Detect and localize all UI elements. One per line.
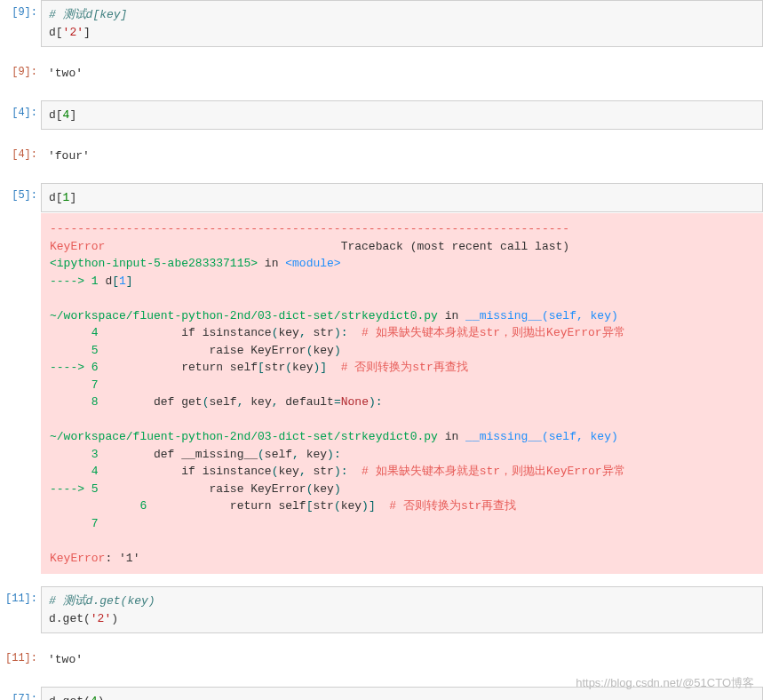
code-text: ] bbox=[83, 26, 91, 39]
code-comment: # 测试d.get(key) bbox=[49, 594, 155, 608]
traceback-comment: # 否则转换为str再查找 bbox=[376, 499, 517, 513]
code-number: 4 bbox=[91, 695, 98, 701]
code-text: d[ bbox=[49, 108, 63, 122]
traceback-text: , bbox=[299, 465, 306, 478]
traceback-lineno: 4 bbox=[50, 465, 99, 478]
traceback-arrow: ----> 1 bbox=[50, 274, 99, 288]
code-input[interactable]: d[1] bbox=[41, 183, 763, 213]
traceback-text: if isinstance bbox=[99, 326, 272, 339]
output-cell: [4]: 'four' bbox=[0, 142, 763, 171]
traceback-text: ( bbox=[258, 448, 265, 461]
code-output: 'two' bbox=[41, 646, 763, 674]
error-traceback: ----------------------------------------… bbox=[41, 213, 763, 574]
code-comment: # 测试d[key] bbox=[49, 8, 127, 21]
traceback-text: )] bbox=[313, 361, 327, 374]
traceback-text: key bbox=[243, 395, 271, 409]
traceback-text: self bbox=[265, 448, 292, 461]
traceback-text: str bbox=[313, 499, 333, 513]
traceback-text: ] bbox=[126, 274, 133, 288]
traceback-text: return self bbox=[147, 499, 306, 513]
code-string: '2' bbox=[91, 612, 111, 625]
traceback-text: ) bbox=[334, 482, 341, 496]
error-value: : '1' bbox=[105, 552, 139, 565]
code-cell: [7]: d.get(4) bbox=[0, 687, 763, 701]
output-cell: [11]: 'two' bbox=[0, 646, 763, 674]
traceback-text: ( bbox=[285, 361, 292, 374]
code-input[interactable]: # 测试d.get(key) d.get('2') bbox=[41, 586, 763, 633]
output-prompt: [9]: bbox=[0, 60, 41, 78]
traceback-text: key bbox=[313, 482, 333, 496]
traceback-lineno: 3 bbox=[50, 448, 99, 461]
output-prompt: [4]: bbox=[0, 142, 41, 161]
traceback-lineno: 6 bbox=[99, 499, 147, 513]
traceback-text: )] bbox=[362, 499, 376, 513]
traceback-text: in bbox=[438, 309, 465, 322]
traceback-text: default bbox=[279, 395, 334, 409]
output-prompt: [11]: bbox=[0, 646, 41, 664]
traceback-func: __missing__ bbox=[465, 309, 542, 322]
traceback-divider: ----------------------------------------… bbox=[50, 222, 569, 235]
code-text: ] bbox=[69, 191, 76, 204]
traceback-text: , bbox=[292, 448, 299, 461]
input-prompt: [11]: bbox=[0, 586, 41, 605]
output-cell: [9]: 'two' bbox=[0, 60, 763, 88]
traceback-text: str bbox=[306, 326, 334, 339]
error-type: KeyError bbox=[50, 552, 105, 565]
traceback-lineno: 5 bbox=[50, 344, 99, 357]
traceback-text: str bbox=[306, 465, 334, 478]
traceback-text: ): bbox=[369, 395, 383, 409]
code-text: d.get( bbox=[49, 695, 91, 701]
traceback-arrow: ----> 6 bbox=[50, 361, 99, 374]
code-text: d[ bbox=[49, 26, 63, 39]
traceback-text: key bbox=[299, 448, 327, 461]
traceback-text: raise KeyError bbox=[99, 344, 306, 357]
error-type: KeyError bbox=[50, 240, 105, 253]
traceback-func: __missing__ bbox=[465, 430, 542, 443]
traceback-arrow: ----> 5 bbox=[50, 482, 99, 496]
code-cell: [9]: # 测试d[key] d['2'] bbox=[0, 0, 763, 47]
traceback-text: (self, key) bbox=[542, 430, 618, 443]
code-output: 'four' bbox=[41, 142, 763, 171]
traceback-lineno: 7 bbox=[50, 378, 105, 392]
traceback-text: key bbox=[278, 465, 298, 478]
traceback-text: def __missing__ bbox=[99, 448, 258, 461]
traceback-comment: # 如果缺失键本身就是str，则抛出KeyError异常 bbox=[348, 465, 625, 478]
traceback-text: in bbox=[258, 257, 285, 270]
traceback-text: = bbox=[334, 395, 341, 409]
traceback-text: ): bbox=[327, 448, 341, 461]
traceback-text: key bbox=[292, 361, 313, 374]
input-prompt: [5]: bbox=[0, 183, 41, 202]
traceback-text: , bbox=[299, 326, 306, 339]
traceback-text: key bbox=[313, 344, 333, 357]
code-input[interactable]: # 测试d[key] d['2'] bbox=[41, 0, 763, 47]
traceback-text: self bbox=[209, 395, 236, 409]
traceback-comment: # 如果缺失键本身就是str，则抛出KeyError异常 bbox=[348, 326, 625, 339]
code-text: ] bbox=[69, 108, 76, 122]
traceback-source: <ipython-input-5-abe283337115> bbox=[50, 257, 258, 270]
traceback-text: def get bbox=[99, 395, 203, 409]
code-cell: [4]: d[4] bbox=[0, 100, 763, 131]
code-text: d[ bbox=[49, 191, 63, 204]
code-cell: [11]: # 测试d.get(key) d.get('2') bbox=[0, 586, 763, 633]
code-text: d.get( bbox=[49, 612, 91, 625]
error-cell: ----------------------------------------… bbox=[0, 212, 763, 574]
traceback-text: 1 bbox=[119, 274, 126, 288]
traceback-module: <module> bbox=[285, 257, 340, 270]
traceback-text: raise KeyError bbox=[99, 482, 306, 496]
traceback-lineno: 4 bbox=[50, 326, 99, 339]
traceback-lineno: 7 bbox=[50, 517, 105, 530]
traceback-text: ( bbox=[334, 499, 341, 513]
traceback-comment: # 否则转换为str再查找 bbox=[327, 361, 468, 374]
traceback-label: Traceback (most recent call last) bbox=[105, 240, 569, 253]
traceback-lineno: 8 bbox=[50, 395, 99, 409]
traceback-text: d bbox=[99, 274, 113, 288]
traceback-path: ~/workspace/fluent-python-2nd/03-dict-se… bbox=[50, 430, 438, 443]
traceback-text: return self bbox=[99, 361, 258, 374]
input-prompt: [4]: bbox=[0, 100, 41, 119]
code-input[interactable]: d.get(4) bbox=[41, 687, 763, 701]
code-input[interactable]: d[4] bbox=[41, 100, 763, 131]
code-output: 'two' bbox=[41, 60, 763, 88]
input-prompt: [9]: bbox=[0, 0, 41, 19]
code-text: ) bbox=[98, 695, 105, 701]
traceback-path: ~/workspace/fluent-python-2nd/03-dict-se… bbox=[50, 309, 438, 322]
